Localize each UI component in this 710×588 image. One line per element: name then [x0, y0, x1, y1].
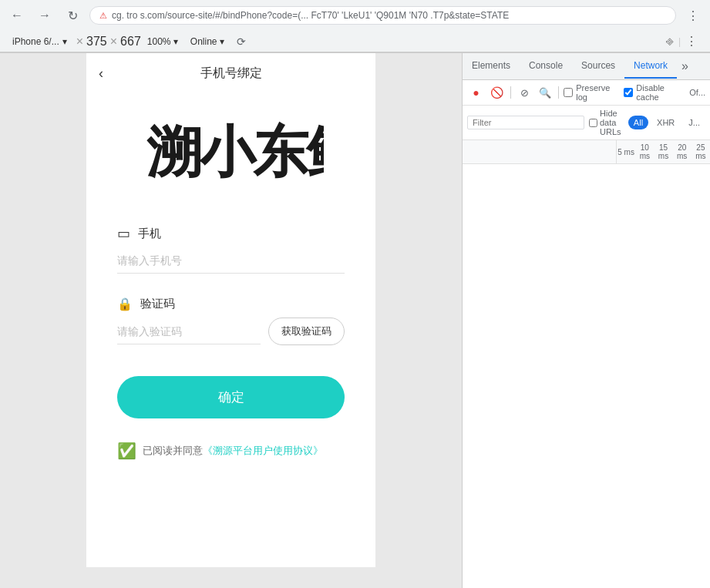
search-button[interactable]: 🔍: [536, 83, 554, 102]
rotate-icon[interactable]: ⟳: [230, 32, 252, 51]
preserve-log-label: Preserve log: [576, 83, 621, 102]
timeline-left: [463, 140, 617, 163]
page-header: ‹ 手机号绑定: [86, 53, 375, 94]
address-text: cg. tro s.com/source-site/#/bindPhone?co…: [112, 10, 666, 21]
browser-chrome: ← → ↻ ⚠ cg. tro s.com/source-site/#/bind…: [0, 0, 710, 53]
devtools-tab-more[interactable]: »: [677, 53, 693, 79]
get-code-button[interactable]: 获取验证码: [268, 318, 345, 345]
tick-25ms: 25 ms: [691, 140, 710, 163]
phone-icon: ▭: [117, 225, 130, 242]
svg-text:溯小东鲜: 溯小东鲜: [146, 121, 324, 183]
offline-label: Of...: [689, 88, 705, 97]
filter-tab-all[interactable]: All: [628, 116, 648, 129]
inspect-icon[interactable]: ⎆: [666, 35, 674, 49]
height-value: 667: [120, 35, 141, 49]
phone-input[interactable]: [117, 248, 345, 274]
code-label-text: 验证码: [140, 297, 175, 311]
devtools-tabs: Elements Console Sources Network »: [463, 53, 710, 80]
toolbar-separator2: [558, 86, 559, 99]
agreement-link[interactable]: 《溯源平台用户使用协议》: [203, 445, 323, 456]
hide-data-urls-input[interactable]: [589, 119, 597, 127]
agreement-row: ✅ 已阅读并同意《溯源平台用户使用协议》: [86, 434, 375, 468]
record-button[interactable]: ●: [467, 83, 485, 102]
nav-bar: ← → ↻ ⚠ cg. tro s.com/source-site/#/bind…: [0, 0, 710, 31]
preserve-log-input[interactable]: [564, 88, 573, 97]
mobile-content: ‹ 手机号绑定 溯小东鲜 ▭ 手机 🔒: [86, 53, 375, 567]
tick-20ms: 20 ms: [673, 140, 691, 163]
dimension-separator2: ×: [110, 35, 117, 49]
network-selector[interactable]: Online ▾: [184, 33, 230, 50]
zoom-selector[interactable]: 100% ▾: [141, 33, 184, 50]
agreement-check-icon: ✅: [117, 442, 136, 460]
main-area: ‹ 手机号绑定 溯小东鲜 ▭ 手机 🔒: [0, 53, 710, 588]
code-field-label: 🔒 验证码: [117, 297, 345, 311]
lock-icon: ⚠: [99, 11, 107, 21]
logo-svg: 溯小东鲜: [139, 109, 324, 186]
timeline-header: 5 ms 10 ms 15 ms 20 ms 25 ms: [463, 140, 710, 164]
filter-tabs: All XHR J...: [628, 116, 705, 129]
agreement-text: 已阅读并同意《溯源平台用户使用协议》: [143, 444, 323, 458]
code-input[interactable]: [117, 319, 261, 344]
page-title: 手机号绑定: [200, 66, 262, 82]
form-section: ▭ 手机 🔒 验证码 获取验证码: [86, 225, 375, 345]
devtools-more-icon[interactable]: ⋮: [685, 34, 698, 49]
network-toolbar: ● 🚫 ⊘ 🔍 Preserve log Disable cache Of...: [463, 80, 710, 106]
toolbar-separator: [510, 86, 511, 99]
more-button[interactable]: ⋮: [682, 5, 704, 26]
disable-cache-input[interactable]: [624, 88, 633, 97]
tick-10ms: 10 ms: [635, 140, 654, 163]
dimension-separator: ×: [76, 35, 83, 49]
code-row: 获取验证码: [117, 318, 345, 345]
tab-elements[interactable]: Elements: [463, 54, 520, 79]
tab-sources[interactable]: Sources: [572, 54, 624, 79]
phone-label-text: 手机: [138, 227, 161, 241]
filter-input[interactable]: [467, 116, 584, 129]
width-value: 375: [86, 35, 107, 49]
filter-bar: Hide data URLs All XHR J...: [463, 106, 710, 140]
tick-5ms: 5 ms: [617, 145, 635, 160]
clear-button[interactable]: 🚫: [488, 83, 506, 102]
address-bar[interactable]: ⚠ cg. tro s.com/source-site/#/bindPhone?…: [89, 6, 676, 25]
mobile-viewport: ‹ 手机号绑定 溯小东鲜 ▭ 手机 🔒: [0, 53, 462, 588]
confirm-button[interactable]: 确定: [117, 376, 345, 418]
logo-area: 溯小东鲜: [86, 94, 375, 210]
preserve-log-checkbox[interactable]: Preserve log: [564, 83, 621, 102]
filter-tab-xhr[interactable]: XHR: [651, 116, 680, 129]
device-tab-bar: iPhone 6/... ▾ × 375 × 667 100% ▾ Online…: [0, 31, 710, 52]
forward-button[interactable]: →: [34, 5, 56, 26]
disable-cache-label: Disable cache: [636, 83, 686, 102]
device-selector[interactable]: iPhone 6/... ▾: [6, 33, 73, 50]
hide-data-urls-checkbox[interactable]: Hide data URLs: [589, 109, 624, 136]
network-body: [463, 164, 710, 588]
lock-field-icon: 🔒: [117, 297, 133, 311]
tab-network[interactable]: Network: [624, 54, 677, 79]
refresh-button[interactable]: ↻: [62, 5, 83, 26]
disable-cache-checkbox[interactable]: Disable cache: [624, 83, 686, 102]
tab-console[interactable]: Console: [520, 54, 572, 79]
hide-data-urls-label: Hide data URLs: [600, 109, 624, 136]
device-name: iPhone 6/...: [12, 36, 59, 47]
devtools-icons: ⎆ | ⋮: [660, 31, 704, 52]
phone-field-label: ▭ 手机: [117, 225, 345, 242]
page-back-button[interactable]: ‹: [99, 66, 103, 82]
back-button[interactable]: ←: [6, 5, 28, 26]
device-dropdown-icon: ▾: [62, 36, 67, 47]
filter-button[interactable]: ⊘: [516, 83, 533, 102]
devtools-panel: Elements Console Sources Network » ● 🚫 ⊘…: [462, 53, 710, 588]
timeline-right: 5 ms 10 ms 15 ms 20 ms 25 ms: [617, 140, 710, 163]
filter-tab-js[interactable]: J...: [683, 116, 705, 129]
tick-15ms: 15 ms: [654, 140, 672, 163]
